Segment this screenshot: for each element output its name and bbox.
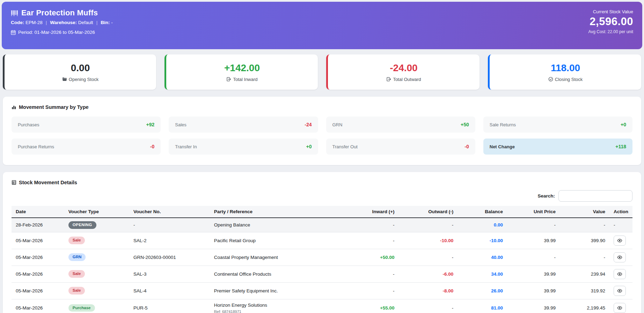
- stat-label-text: Opening Stock: [69, 77, 98, 82]
- voucher-type-badge: OPENING: [68, 221, 96, 229]
- cell-date: 05-Mar-2026: [12, 282, 64, 299]
- cell-unit_price: -: [507, 218, 560, 232]
- column-header-value[interactable]: Value: [560, 206, 609, 218]
- party-name: Opening Balance: [214, 222, 339, 228]
- eye-icon: [617, 288, 622, 293]
- column-header-voucher-type[interactable]: Voucher Type: [64, 206, 129, 218]
- column-header-outward[interactable]: Outward (-): [399, 206, 458, 218]
- view-button[interactable]: [614, 286, 626, 296]
- page-title: Ear Protection Muffs: [21, 8, 98, 17]
- cell-party: Horizon Energy SolutionsRef: 687418971: [210, 299, 343, 313]
- table-row: 05-Mar-2026GRNGRN-202603-00001Coastal Pr…: [12, 249, 632, 266]
- eye-icon: [617, 255, 622, 260]
- cell-action: [609, 232, 632, 249]
- bar-chart-icon: [12, 105, 16, 110]
- cell-date: 05-Mar-2026: [12, 266, 64, 282]
- cell-value: 319.92: [560, 282, 609, 299]
- meta-separator: |: [46, 20, 47, 25]
- stat-label-text: Closing Stock: [555, 77, 583, 82]
- stat-value: 0.00: [71, 62, 90, 74]
- stat-value: -24.00: [390, 62, 417, 74]
- eye-icon: [617, 238, 622, 243]
- stat-label: Closing Stock: [548, 77, 583, 82]
- arrow-out-icon: [386, 77, 391, 82]
- check-circle-icon: [548, 77, 553, 82]
- cell-party: Coastal Property Management: [210, 249, 343, 266]
- column-header-inward[interactable]: Inward (+): [343, 206, 399, 218]
- stat-card-opening-stock: 0.00Opening Stock: [3, 54, 156, 90]
- cell-unit_price: 39.99: [507, 232, 560, 249]
- cell-action: -: [609, 218, 632, 232]
- table-body: 28-Feb-2026OPENING-Opening Balance--0.00…: [12, 218, 632, 313]
- warehouse-label: Warehouse:: [50, 20, 77, 25]
- barcode-icon: [11, 10, 18, 16]
- stat-label: Total Outward: [386, 77, 421, 82]
- summary-item-label: Net Change: [490, 144, 515, 149]
- cell-value: -: [560, 218, 609, 232]
- cell-date: 28-Feb-2026: [12, 218, 64, 232]
- summary-item-purchases: Purchases+92: [12, 117, 161, 133]
- stat-label: Total Inward: [226, 77, 257, 82]
- column-header-balance[interactable]: Balance: [458, 206, 507, 218]
- summary-item-label: Sale Returns: [490, 122, 516, 127]
- summary-item-value: +118: [615, 144, 626, 149]
- cell-date: 05-Mar-2026: [12, 299, 64, 313]
- cell-balance: 81.00: [458, 299, 507, 313]
- cell-unit_price: 39.99: [507, 266, 560, 282]
- party-reference: Ref: 687418971: [214, 310, 339, 313]
- summary-grid: Purchases+92Sales-24GRN+50Sale Returns+0…: [12, 117, 632, 157]
- voucher-type-badge: Sale: [68, 237, 85, 244]
- voucher-type-badge: GRN: [68, 253, 86, 261]
- cell-party: Opening Balance: [210, 218, 343, 232]
- summary-item-value: +0: [621, 122, 626, 127]
- warehouse-value: Default: [78, 20, 93, 25]
- party-name: Pacific Retail Group: [214, 238, 339, 243]
- column-header-date[interactable]: Date: [12, 206, 64, 218]
- cell-value: 239.94: [560, 266, 609, 282]
- meta-separator: |: [96, 20, 98, 25]
- summary-item-sale-returns: Sale Returns+0: [483, 117, 632, 133]
- column-header-party-reference[interactable]: Party / Reference: [210, 206, 343, 218]
- stock-value-label: Current Stock Value: [588, 9, 633, 14]
- product-meta: Code: EPM-28 | Warehouse: Default | Bin:…: [11, 20, 113, 25]
- voucher-type-badge: Sale: [68, 287, 85, 295]
- search-row: Search:: [12, 190, 632, 202]
- summary-item-label: Purchase Returns: [18, 144, 54, 149]
- cell-type: OPENING: [64, 218, 129, 232]
- code-label: Code:: [11, 20, 24, 25]
- summary-item-net-change: Net Change+118: [483, 139, 632, 155]
- view-button[interactable]: [614, 303, 626, 313]
- stock-value: 2,596.00: [588, 15, 633, 28]
- column-header-voucher-no[interactable]: Voucher No.: [129, 206, 210, 218]
- cell-action: [609, 266, 632, 282]
- summary-item-purchase-returns: Purchase Returns-0: [12, 139, 161, 155]
- stat-label: Opening Stock: [62, 77, 98, 82]
- stat-card-closing-stock: 118.00Closing Stock: [488, 54, 641, 90]
- period-text: Period: 01-Mar-2026 to 05-Mar-2026: [18, 30, 95, 35]
- table-row: 05-Mar-2026SaleSAL-3Continental Office P…: [12, 266, 632, 282]
- column-header-unit-price[interactable]: Unit Price: [507, 206, 560, 218]
- folder-icon: [62, 77, 67, 82]
- cell-balance: 0.00: [458, 218, 507, 232]
- details-title: Stock Movement Details: [19, 180, 77, 185]
- page: Ear Protection Muffs Code: EPM-28 | Ware…: [0, 0, 644, 313]
- cell-inward: -: [343, 266, 399, 282]
- cell-action: [609, 299, 632, 313]
- cell-outward: -: [399, 299, 458, 313]
- summary-item-value: +92: [146, 122, 155, 127]
- cell-unit_price: 39.99: [507, 282, 560, 299]
- table-row: 28-Feb-2026OPENING-Opening Balance--0.00…: [12, 218, 632, 232]
- view-button[interactable]: [614, 252, 626, 262]
- table-row: 05-Mar-2026SaleSAL-4Premier Safety Equip…: [12, 282, 632, 299]
- view-button[interactable]: [614, 269, 626, 279]
- column-header-action[interactable]: Action: [609, 206, 632, 218]
- cell-inward: -: [343, 232, 399, 249]
- view-button[interactable]: [614, 236, 626, 246]
- cell-date: 05-Mar-2026: [12, 232, 64, 249]
- voucher-type-badge: Purchase: [68, 304, 95, 312]
- summary-item-label: Transfer In: [175, 144, 197, 149]
- summary-item-value: -0: [464, 144, 469, 149]
- stat-cards: 0.00Opening Stock+142.00Total Inward-24.…: [3, 54, 641, 90]
- search-input[interactable]: [558, 190, 632, 202]
- cell-inward: -: [343, 282, 399, 299]
